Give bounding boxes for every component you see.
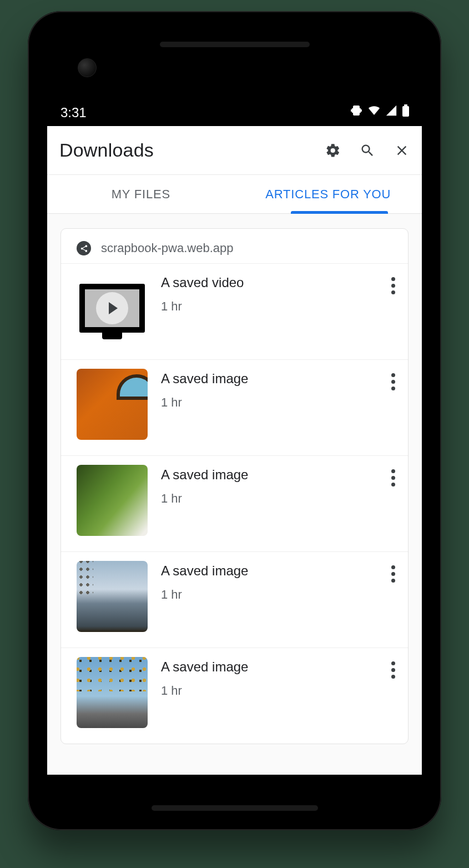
search-icon[interactable] [360,143,375,158]
svg-point-4 [85,250,87,252]
phone-speaker-top [160,42,310,47]
screen: 3:31 Downloads [47,92,422,775]
cell-signal-icon [385,104,397,120]
app-header: Downloads [47,126,422,175]
page-title: Downloads [59,139,325,161]
tab-articles-for-you[interactable]: ARTICLES FOR YOU [235,175,422,213]
more-vert-icon[interactable] [388,561,395,583]
svg-point-3 [80,247,83,249]
card-header: scrapbook-pwa.web.app [61,229,408,263]
item-time: 1 hr [161,491,375,506]
share-icon [77,241,91,255]
source-card: scrapbook-pwa.web.app A saved video 1 hr [60,228,409,744]
more-vert-icon[interactable] [388,369,395,390]
thumbnail-video-icon [77,273,148,344]
more-vert-icon[interactable] [388,657,395,679]
content-area: scrapbook-pwa.web.app A saved video 1 hr [47,214,422,775]
item-title: A saved image [161,371,375,387]
list-item[interactable]: A saved image 1 hr [61,551,408,648]
tab-my-files[interactable]: MY FILES [47,175,235,213]
svg-rect-0 [402,106,409,117]
close-icon[interactable] [394,143,410,158]
more-vert-icon[interactable] [388,273,395,294]
thumbnail-image [77,561,148,632]
item-title: A saved image [161,467,375,483]
phone-frame: 3:31 Downloads [28,11,441,830]
svg-rect-1 [404,104,407,106]
more-vert-icon[interactable] [388,465,395,486]
svg-point-2 [85,245,87,247]
vibrate-icon [350,104,363,121]
status-icons [350,104,410,121]
item-time: 1 hr [161,684,375,698]
status-bar: 3:31 [47,92,422,126]
list-item[interactable]: A saved image 1 hr [61,648,408,744]
thumbnail-image [77,465,148,536]
list-item[interactable]: A saved video 1 hr [61,263,408,359]
battery-icon [402,104,410,120]
item-time: 1 hr [161,395,375,410]
item-title: A saved video [161,275,375,290]
item-time: 1 hr [161,299,375,314]
thumbnail-image [77,657,148,728]
gear-icon[interactable] [325,143,341,158]
phone-speaker-bottom [152,805,318,811]
site-name: scrapbook-pwa.web.app [101,241,233,255]
item-time: 1 hr [161,588,375,602]
phone-camera [78,58,97,77]
item-title: A saved image [161,659,375,675]
status-time: 3:31 [60,105,87,121]
thumbnail-image [77,369,148,440]
list-item[interactable]: A saved image 1 hr [61,359,408,455]
list-item[interactable]: A saved image 1 hr [61,455,408,551]
tab-bar: MY FILES ARTICLES FOR YOU [47,175,422,214]
item-title: A saved image [161,563,375,579]
wifi-icon [367,104,381,121]
